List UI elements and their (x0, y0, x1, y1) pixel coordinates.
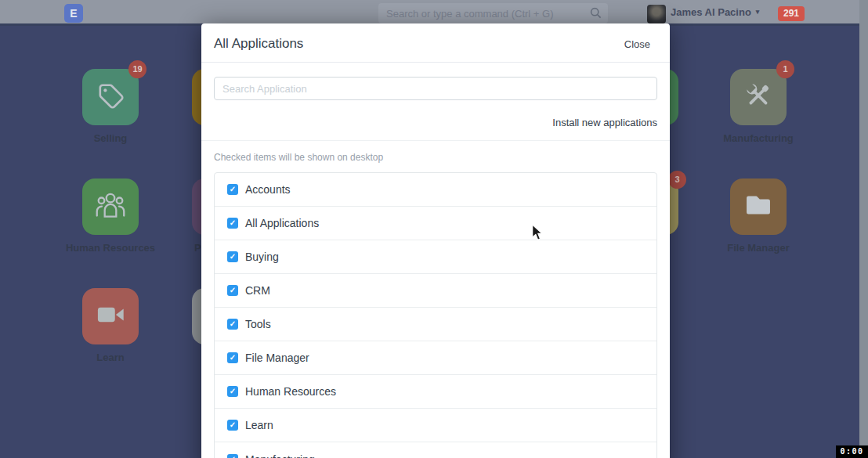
app-checkbox-row[interactable]: ✓ Manufacturing (215, 442, 656, 458)
desktop-icon-human-resources[interactable] (82, 179, 139, 235)
app-label: All Applications (245, 217, 319, 229)
people-icon (92, 189, 128, 225)
checkbox-checked[interactable]: ✓ (227, 184, 238, 195)
tag-icon (93, 78, 128, 116)
app-checkbox-row[interactable]: ✓ Buying (215, 240, 656, 274)
app-checkbox-row[interactable]: ✓ Human Resources (215, 375, 656, 409)
app-label: CRM (245, 284, 270, 297)
app-label: Learn (245, 419, 273, 431)
search-icon (590, 7, 602, 22)
app-label: Buying (245, 251, 279, 263)
app-logo[interactable]: E (64, 4, 83, 23)
app-label: Manufacturing (245, 453, 315, 458)
modal-search-section: Install new applications (201, 63, 670, 141)
selling-count-badge: 19 (128, 60, 146, 78)
install-new-applications-link[interactable]: Install new applications (214, 117, 657, 128)
app-label: Tools (245, 318, 271, 330)
mouse-cursor (531, 224, 545, 245)
recording-timer: 0:00 (836, 445, 868, 458)
app-label: Human Resources (245, 385, 336, 398)
hidden-icon-count-badge: 3 (668, 171, 686, 189)
modal-title: All Applications (214, 36, 303, 52)
checkbox-checked[interactable]: ✓ (227, 454, 238, 458)
user-avatar[interactable] (647, 5, 666, 23)
global-search-input[interactable] (378, 3, 608, 23)
modal-list-section: Checked items will be shown on desktop ✓… (201, 141, 670, 458)
checkbox-checked[interactable]: ✓ (227, 251, 238, 262)
user-name: James Al Pacino (671, 6, 751, 18)
chevron-down-icon: ▾ (756, 8, 760, 16)
desktop-icon-file-manager[interactable] (730, 179, 787, 235)
global-search (378, 3, 608, 23)
application-search-input[interactable] (214, 77, 657, 100)
scrollbar[interactable] (859, 0, 868, 458)
app-checkbox-row[interactable]: ✓ File Manager (215, 341, 656, 375)
list-hint: Checked items will be shown on desktop (214, 152, 657, 163)
manufacturing-count-badge: 1 (776, 60, 794, 78)
desktop-icon-label: Human Resources (48, 242, 173, 254)
desktop-icon-manufacturing[interactable] (730, 69, 787, 125)
checkbox-checked[interactable]: ✓ (227, 352, 238, 363)
modal-header: All Applications Close (201, 23, 670, 63)
desktop-icon-label: Learn (48, 352, 173, 363)
all-applications-modal: All Applications Close Install new appli… (201, 23, 670, 458)
app-checkbox-row[interactable]: ✓ Tools (215, 308, 656, 341)
app-checkbox-row[interactable]: ✓ CRM (215, 274, 656, 308)
top-navbar: E James Al Pacino ▾ 291 (0, 0, 868, 26)
checkbox-checked[interactable]: ✓ (227, 319, 238, 330)
user-menu[interactable]: James Al Pacino ▾ (671, 0, 759, 23)
checkbox-checked[interactable]: ✓ (227, 386, 238, 397)
app-label: File Manager (245, 352, 309, 364)
desktop-icon-selling[interactable] (82, 69, 139, 125)
video-camera-icon (92, 297, 128, 336)
tools-icon (741, 78, 776, 116)
checkbox-checked[interactable]: ✓ (227, 420, 238, 431)
checkbox-checked[interactable]: ✓ (227, 218, 238, 229)
app-list: ✓ Accounts ✓ All Applications ✓ Buying ✓… (214, 172, 657, 458)
desktop-icon-label: Manufacturing (696, 132, 821, 144)
close-button[interactable]: Close (624, 38, 650, 50)
desk-screen: E James Al Pacino ▾ 291 0:00 19 (0, 0, 868, 458)
desktop-icon-label: File Manager (696, 242, 821, 254)
desktop-icon-learn[interactable] (82, 288, 139, 344)
folder-icon (740, 187, 776, 226)
app-label: Accounts (245, 183, 291, 196)
checkbox-checked[interactable]: ✓ (227, 285, 238, 296)
app-checkbox-row[interactable]: ✓ Learn (215, 409, 656, 442)
app-checkbox-row[interactable]: ✓ Accounts (215, 173, 656, 207)
desktop-icon-label: Selling (48, 132, 173, 144)
notifications-badge[interactable]: 291 (778, 6, 805, 21)
app-checkbox-row[interactable]: ✓ All Applications (215, 207, 656, 240)
